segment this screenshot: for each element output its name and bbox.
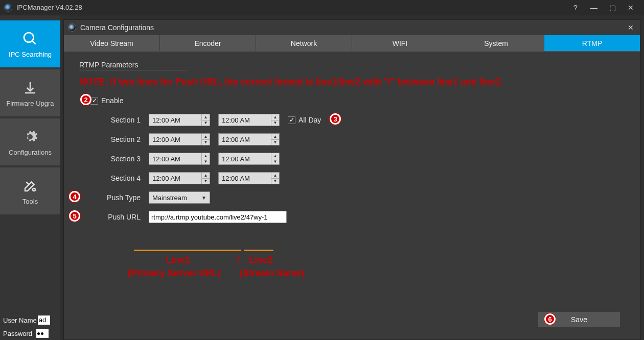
maximize-button[interactable]: ▢: [603, 1, 622, 15]
svg-point-0: [24, 33, 34, 42]
sidebar-label: IPC Searching: [0, 51, 60, 58]
annotation-underline-1: [134, 250, 241, 251]
search-icon: [21, 30, 39, 47]
section-2-label: Section 2: [79, 135, 141, 143]
app-title: IPCManager V4.02.28: [16, 4, 566, 11]
annotation-marker-3: 3: [330, 113, 341, 125]
enable-checkbox[interactable]: [90, 97, 98, 105]
section-2-from[interactable]: 12:00 AM▲▼: [149, 133, 210, 145]
titlebar: IPCManager V4.02.28 ? — ▢ ✕: [0, 0, 644, 15]
user-name-label: User Name: [3, 317, 37, 324]
tab-rtmp[interactable]: RTMP: [544, 35, 640, 51]
push-url-input[interactable]: [149, 211, 287, 223]
section-3-label: Section 3: [79, 155, 141, 163]
sidebar-item-configurations[interactable]: Configurations: [0, 118, 60, 165]
password-label: Password: [3, 330, 32, 337]
annotation-marker-4: 4: [69, 191, 80, 202]
chevron-down-icon: ▼: [201, 195, 206, 201]
save-button[interactable]: 6 Save: [538, 312, 620, 327]
user-name-row: User Name ad: [0, 313, 60, 327]
tab-wifi[interactable]: WIFI: [352, 35, 448, 51]
section-4-to[interactable]: 12:00 AM▲▼: [218, 172, 280, 184]
panel-title: Camera Configurations: [80, 23, 625, 32]
svg-line-1: [32, 41, 36, 44]
section-2-to[interactable]: 12:00 AM▲▼: [218, 133, 280, 145]
camera-icon: [68, 23, 76, 32]
password-input[interactable]: [36, 329, 49, 338]
sidebar-item-tools[interactable]: Tools: [0, 167, 60, 214]
camera-config-panel: Camera Configurations ✕ Video Stream Enc…: [63, 19, 641, 340]
user-name-input[interactable]: ad: [38, 315, 50, 325]
minimize-button[interactable]: —: [585, 1, 603, 15]
tab-video-stream[interactable]: Video Stream: [64, 35, 160, 51]
download-icon: [21, 79, 39, 96]
push-type-value: Mainstream: [152, 194, 187, 202]
section-1-from[interactable]: 12:00 AM▲▼: [149, 114, 210, 126]
close-button[interactable]: ✕: [622, 1, 640, 15]
help-button[interactable]: ?: [566, 1, 585, 15]
sidebar: IPC Searching Firmware Upgra Configurati…: [0, 15, 60, 340]
annotation-marker-2: 2: [80, 94, 91, 105]
allday-label: All Day: [298, 116, 321, 124]
annotation-stream: (Stream Name): [240, 268, 305, 279]
allday-checkbox[interactable]: [288, 116, 295, 124]
annotation-line1: Line1: [166, 255, 190, 265]
sidebar-item-ipc-search[interactable]: IPC Searching: [0, 20, 60, 67]
sidebar-label: Configurations: [0, 149, 60, 156]
app-icon: [4, 4, 12, 12]
tab-system[interactable]: System: [448, 35, 544, 51]
tools-icon: [21, 177, 39, 195]
push-type-select[interactable]: Mainstream ▼: [149, 191, 210, 204]
section-title: RTMP Parameters: [79, 61, 187, 70]
save-label: Save: [571, 315, 587, 324]
sidebar-item-firmware-upgrade[interactable]: Firmware Upgra: [0, 69, 60, 116]
annotation-slash: /: [237, 255, 239, 265]
enable-label: Enable: [101, 96, 124, 105]
section-1-label: Section 1: [79, 116, 141, 124]
push-type-label: Push Type: [79, 193, 141, 202]
section-4-from[interactable]: 12:00 AM▲▼: [149, 172, 210, 184]
tab-encoder[interactable]: Encoder: [160, 35, 256, 51]
gear-icon: [21, 128, 39, 145]
note-text: NOTE: If two lines for Push URL, the cor…: [79, 77, 625, 87]
panel-tabs: Video Stream Encoder Network WIFI System…: [64, 35, 640, 52]
annotation-line2: Line2: [249, 255, 273, 265]
annotation-marker-6: 6: [544, 313, 556, 325]
sidebar-label: Tools: [0, 198, 60, 205]
annotation-marker-5: 5: [69, 210, 80, 222]
password-row: Password: [0, 327, 60, 340]
section-3-from[interactable]: 12:00 AM▲▼: [149, 153, 210, 165]
sidebar-label: Firmware Upgra: [0, 100, 60, 107]
tab-network[interactable]: Network: [256, 35, 352, 51]
annotation-primary: (Primary Server URL): [128, 268, 221, 279]
section-1-to[interactable]: 12:00 AM▲▼: [218, 114, 280, 126]
svg-point-2: [33, 188, 35, 191]
section-3-to[interactable]: 12:00 AM▲▼: [218, 153, 280, 165]
section-4-label: Section 4: [79, 174, 141, 182]
panel-close-button[interactable]: ✕: [625, 23, 636, 32]
push-url-label: Push URL: [79, 213, 141, 221]
annotation-underline-2: [244, 250, 273, 251]
